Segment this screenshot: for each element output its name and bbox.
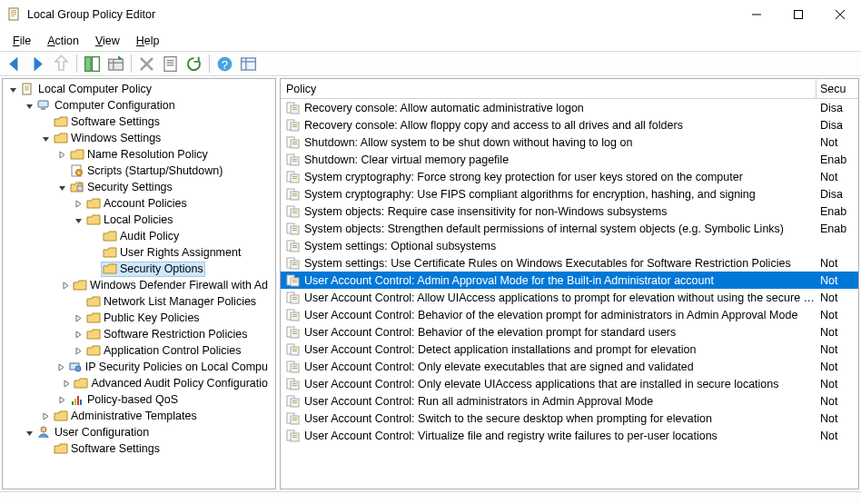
chevron-down-icon[interactable] [6, 85, 19, 94]
policy-row[interactable]: System cryptography: Force strong key pr… [281, 168, 858, 185]
policy-row[interactable]: User Account Control: Only elevate execu… [281, 358, 858, 375]
policy-row[interactable]: Shutdown: Allow system to be shut down w… [281, 133, 858, 151]
chevron-right-icon[interactable] [55, 151, 68, 159]
sort-indicator-icon: ˄ [546, 78, 550, 83]
tree-item[interactable]: Name Resolution Policy [3, 146, 275, 163]
policy-icon [286, 257, 301, 270]
policy-row[interactable]: User Account Control: Virtualize file an… [281, 427, 858, 444]
chevron-right-icon[interactable] [72, 347, 84, 355]
tree-item[interactable]: Local Policies [3, 212, 275, 228]
minimize-button[interactable] [736, 1, 777, 28]
tree-item[interactable]: Software Settings [3, 114, 275, 130]
policy-row[interactable]: User Account Control: Allow UIAccess app… [281, 289, 858, 306]
column-policy[interactable]: ˄ Policy [281, 79, 816, 98]
policy-name: User Account Control: Only elevate UIAcc… [304, 378, 779, 390]
tree-item[interactable]: Windows Settings [3, 130, 275, 146]
svg-rect-51 [292, 142, 297, 143]
column-security[interactable]: Secu [816, 83, 859, 95]
tree-item[interactable]: Public Key Policies [3, 310, 275, 326]
properties-button[interactable] [160, 54, 181, 74]
svg-rect-33 [77, 186, 83, 191]
policy-name: Recovery console: Allow automatic admini… [304, 102, 584, 114]
policy-name: Recovery console: Allow floppy copy and … [304, 119, 683, 132]
chevron-down-icon[interactable] [39, 134, 52, 143]
policy-row[interactable]: User Account Control: Run all administra… [281, 392, 858, 410]
policy-icon [286, 240, 301, 252]
tree-item[interactable]: Administrative Templates [3, 408, 275, 424]
show-hide-tree-button[interactable] [82, 54, 103, 74]
folder-icon [103, 230, 117, 242]
chevron-down-icon[interactable] [23, 429, 35, 437]
svg-rect-116 [292, 420, 297, 420]
menu-view[interactable]: View [88, 33, 127, 49]
tree-item[interactable]: Scripts (Startup/Shutdown) [3, 163, 275, 179]
tree-item[interactable]: User Rights Assignment [3, 244, 275, 261]
tree-item[interactable]: Computer Configuration [3, 97, 275, 114]
policy-row[interactable]: User Account Control: Switch to the secu… [281, 410, 858, 427]
tree-item[interactable]: User Configuration [3, 424, 275, 440]
script-icon [70, 164, 84, 177]
chevron-right-icon[interactable] [72, 314, 84, 322]
chevron-right-icon[interactable] [72, 331, 84, 339]
tree-item[interactable]: Network List Manager Policies [3, 293, 275, 310]
chevron-right-icon[interactable] [55, 396, 68, 404]
policy-row[interactable]: System objects: Require case insensitivi… [281, 203, 858, 220]
tree-item-label: Audit Policy [120, 230, 179, 242]
svg-rect-84 [292, 282, 297, 282]
tree-item[interactable]: Security Settings [3, 179, 275, 195]
maximize-button[interactable] [777, 1, 819, 28]
policy-row[interactable]: Shutdown: Clear virtual memory pagefileE… [281, 151, 858, 168]
tree-item[interactable]: Software Settings [3, 440, 275, 457]
refresh-button[interactable] [183, 54, 204, 74]
policy-row[interactable]: System cryptography: Use FIPS compliant … [281, 185, 858, 203]
tree-pane[interactable]: Local Computer PolicyComputer Configurat… [2, 78, 276, 489]
list-pane[interactable]: ˄ Policy Secu Recovery console: Allow au… [280, 78, 859, 489]
back-button[interactable] [4, 54, 25, 74]
chevron-right-icon[interactable] [39, 412, 52, 420]
filter-button[interactable] [238, 54, 259, 74]
tree-item[interactable]: Windows Defender Firewall with Ad [3, 277, 275, 293]
delete-button[interactable] [136, 54, 157, 74]
chevron-right-icon[interactable] [72, 200, 84, 208]
policy-row[interactable]: User Account Control: Behavior of the el… [281, 306, 858, 323]
tree-item[interactable]: IP Security Policies on Local Compu [3, 359, 275, 375]
tree-item[interactable]: Audit Policy [3, 228, 275, 244]
policy-row[interactable]: Recovery console: Allow floppy copy and … [281, 116, 858, 133]
menu-action[interactable]: Action [40, 33, 86, 49]
menu-file[interactable]: File [5, 33, 38, 49]
tree-item-label: Application Control Policies [104, 344, 241, 357]
export-list-button[interactable] [105, 54, 126, 74]
menu-help[interactable]: Help [129, 33, 167, 49]
chevron-right-icon[interactable] [56, 363, 66, 371]
help-button[interactable]: ? [214, 54, 235, 74]
tree-item[interactable]: Account Policies [3, 195, 275, 212]
tree-item[interactable]: Local Computer Policy [3, 81, 275, 97]
close-button[interactable] [819, 1, 861, 28]
forward-button[interactable] [27, 54, 48, 74]
tree-item[interactable]: Advanced Audit Policy Configuratio [3, 375, 275, 391]
tree-item[interactable]: Security Options [3, 261, 275, 277]
folder-icon [86, 328, 101, 341]
svg-rect-56 [292, 161, 297, 162]
policy-row[interactable]: User Account Control: Detect application… [281, 341, 858, 358]
tree-item[interactable]: Software Restriction Policies [3, 326, 275, 342]
chevron-down-icon[interactable] [72, 216, 84, 224]
policy-row[interactable]: User Account Control: Admin Approval Mod… [281, 272, 858, 289]
policy-row[interactable]: Recovery console: Allow automatic admini… [281, 99, 858, 116]
chevron-down-icon[interactable] [23, 102, 35, 110]
chevron-down-icon[interactable] [55, 183, 68, 192]
policy-row[interactable]: System settings: Use Certificate Rules o… [281, 254, 858, 272]
tree-item[interactable]: Application Control Policies [3, 342, 275, 359]
policy-security: Not [816, 361, 859, 373]
svg-rect-10 [93, 56, 100, 71]
policy-row[interactable]: System settings: Optional subsystems [281, 237, 858, 254]
policy-row[interactable]: System objects: Strengthen default permi… [281, 220, 858, 237]
svg-text:?: ? [222, 57, 228, 71]
policy-security: Not [816, 309, 859, 321]
policy-row[interactable]: User Account Control: Only elevate UIAcc… [281, 375, 858, 392]
policy-row[interactable]: User Account Control: Behavior of the el… [281, 323, 858, 341]
chevron-right-icon[interactable] [60, 282, 71, 290]
tree-item[interactable]: Policy-based QoS [3, 391, 275, 408]
chevron-right-icon[interactable] [62, 380, 73, 388]
up-button[interactable] [51, 54, 72, 74]
